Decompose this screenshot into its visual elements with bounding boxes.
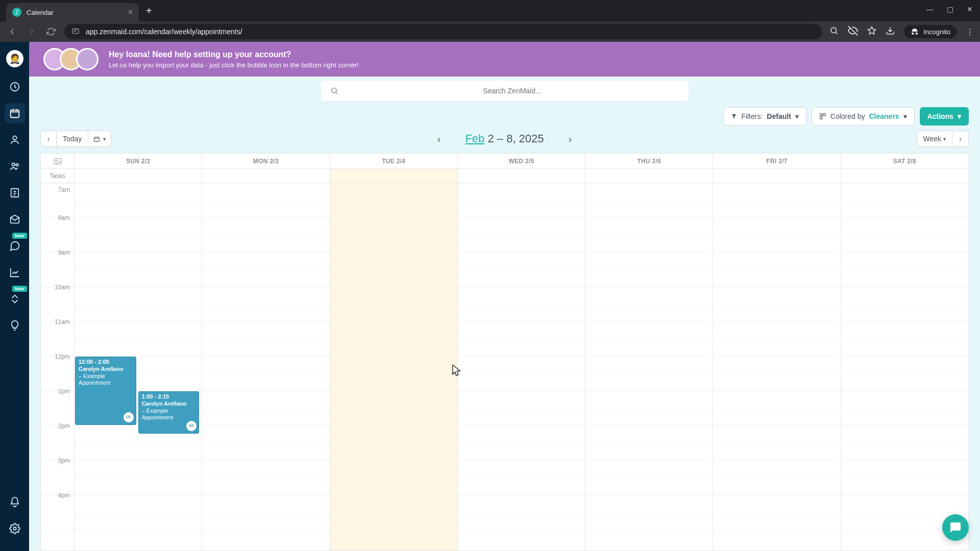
sidebar-ideas[interactable]: [5, 315, 25, 336]
svg-point-7: [12, 163, 15, 166]
site-info-icon[interactable]: [71, 27, 80, 37]
appointment-event[interactable]: 12:00 - 2:00Carolyn Arellano– Example Ap…: [75, 357, 136, 425]
task-cell[interactable]: [75, 169, 202, 183]
day-column[interactable]: [841, 183, 968, 550]
search-icon[interactable]: [829, 26, 839, 37]
view-label: Week: [923, 135, 942, 143]
hour-label: 4pm: [41, 495, 74, 530]
day-header[interactable]: FRI 2/7: [713, 154, 841, 168]
actions-label: Actions: [927, 112, 953, 120]
onboarding-banner: Hey Ioana! Need help setting up your acc…: [29, 42, 980, 77]
prev-week-button[interactable]: ‹: [40, 131, 57, 147]
day-column[interactable]: [202, 183, 330, 550]
browser-tab[interactable]: Z Calendar ×: [6, 3, 139, 21]
day-column[interactable]: 12:00 - 2:00Carolyn Arellano– Example Ap…: [75, 183, 202, 550]
time-gutter: 7am8am9am10am11am12pm1pm2pm3pm4pm: [41, 183, 75, 550]
close-window-icon[interactable]: ✕: [967, 5, 973, 13]
today-button[interactable]: Today: [57, 131, 88, 147]
colored-by-button[interactable]: Colored by Cleaners ▾: [812, 107, 915, 126]
hour-label: 12pm: [41, 357, 74, 391]
task-cell[interactable]: [713, 169, 841, 183]
view-selector[interactable]: Week ▾: [917, 131, 952, 147]
sidebar-dashboard[interactable]: [5, 77, 25, 97]
svg-point-17: [56, 160, 57, 161]
sidebar-inbox[interactable]: [5, 209, 25, 230]
search-input[interactable]: [346, 87, 679, 95]
browser-menu-icon[interactable]: ⋮: [966, 27, 974, 37]
filters-button[interactable]: Filters: Default ▾: [723, 107, 806, 126]
sidebar-tasks[interactable]: [5, 183, 25, 203]
actions-button[interactable]: Actions ▾: [920, 107, 969, 126]
banner-subtitle: Let us help you import your data - just …: [109, 61, 359, 69]
day-header[interactable]: SAT 2/8: [841, 154, 968, 168]
day-column[interactable]: [458, 183, 585, 550]
url-field[interactable]: app.zenmaid.com/calendar/weekly/appointm…: [64, 24, 822, 39]
new-badge: New: [12, 286, 27, 292]
search-box[interactable]: [321, 81, 689, 101]
next-week-button[interactable]: ›: [952, 131, 969, 147]
task-cell[interactable]: [458, 169, 585, 183]
hour-label: 2pm: [41, 426, 74, 461]
new-tab-button[interactable]: +: [139, 5, 159, 17]
back-icon[interactable]: [6, 26, 18, 38]
window-controls: ― ▢ ✕: [926, 5, 973, 13]
next-period-button[interactable]: ›: [566, 130, 575, 148]
day-header[interactable]: MON 2/3: [202, 154, 330, 168]
sidebar-team[interactable]: [5, 156, 25, 177]
day-column[interactable]: [713, 183, 841, 550]
sidebar-payments[interactable]: New: [5, 289, 25, 309]
forward-icon[interactable]: [26, 26, 38, 38]
minimize-icon[interactable]: ―: [926, 5, 934, 13]
chat-icon: [949, 521, 962, 534]
filter-icon: [731, 113, 737, 119]
svg-rect-13: [823, 114, 825, 116]
day-header[interactable]: WED 2/5: [458, 154, 585, 168]
day-header[interactable]: SUN 2/2: [75, 154, 202, 168]
reload-icon[interactable]: [45, 26, 57, 38]
tab-favicon: Z: [12, 8, 21, 17]
svg-point-11: [331, 88, 336, 93]
sidebar-notifications[interactable]: [5, 492, 25, 512]
task-cell[interactable]: [841, 169, 968, 183]
svg-rect-5: [10, 110, 19, 118]
svg-point-6: [13, 136, 16, 140]
sidebar-settings[interactable]: [5, 518, 25, 539]
download-icon[interactable]: [886, 26, 895, 37]
sidebar-chat[interactable]: New: [5, 236, 25, 256]
sidebar-customers[interactable]: [5, 130, 25, 150]
day-column[interactable]: [585, 183, 713, 550]
appointment-event[interactable]: 1:00 - 2:15Carolyn Arellano– Example App…: [138, 391, 200, 434]
chevron-down-icon: ▾: [103, 136, 106, 142]
day-header[interactable]: TUE 2/4: [330, 154, 458, 168]
chevron-down-icon: ▾: [795, 112, 799, 120]
task-cell[interactable]: [585, 169, 713, 183]
prev-period-button[interactable]: ‹: [434, 130, 444, 148]
image-icon: [54, 158, 62, 165]
tasks-label: Tasks: [41, 169, 75, 183]
sidebar-calendar[interactable]: [5, 103, 25, 123]
day-column[interactable]: [330, 183, 458, 550]
task-cell[interactable]: [330, 169, 458, 183]
svg-point-3: [831, 28, 837, 33]
incognito-label: Incognito: [923, 28, 950, 36]
date-range-title: Feb 2 – 8, 2025: [465, 132, 544, 145]
calendar-icon: [93, 136, 100, 142]
sidebar-reports[interactable]: [5, 262, 25, 283]
day-header[interactable]: THU 2/6: [585, 154, 713, 168]
eye-off-icon[interactable]: [848, 26, 858, 38]
calendar-header-row: SUN 2/2 MON 2/3 TUE 2/4 WED 2/5 THU 2/6 …: [41, 154, 968, 169]
svg-rect-15: [94, 137, 100, 141]
bookmark-icon[interactable]: [867, 26, 876, 37]
calendar: SUN 2/2 MON 2/3 TUE 2/4 WED 2/5 THU 2/6 …: [40, 153, 969, 551]
date-picker-button[interactable]: ▾: [88, 131, 111, 147]
chat-bubble-button[interactable]: [942, 514, 969, 541]
colored-value: Cleaners: [869, 112, 899, 120]
app-logo[interactable]: 🤵: [6, 50, 23, 67]
calendar-grid[interactable]: 7am8am9am10am11am12pm1pm2pm3pm4pm 12:00 …: [41, 183, 968, 550]
close-tab-icon[interactable]: ×: [128, 8, 133, 17]
maximize-icon[interactable]: ▢: [947, 5, 953, 13]
search-icon: [330, 87, 338, 95]
month-label[interactable]: Feb: [465, 132, 484, 145]
task-cell[interactable]: [202, 169, 330, 183]
incognito-indicator[interactable]: Incognito: [904, 25, 957, 38]
